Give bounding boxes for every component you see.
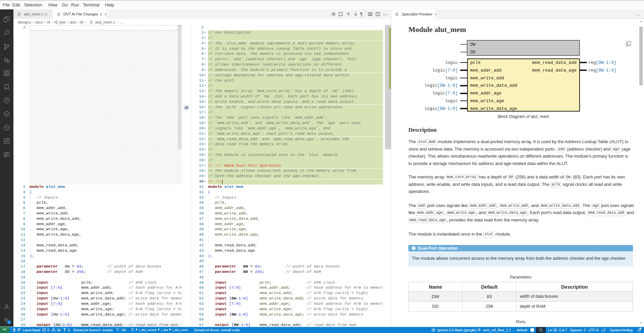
svg-text:1: 1	[8, 321, 10, 324]
